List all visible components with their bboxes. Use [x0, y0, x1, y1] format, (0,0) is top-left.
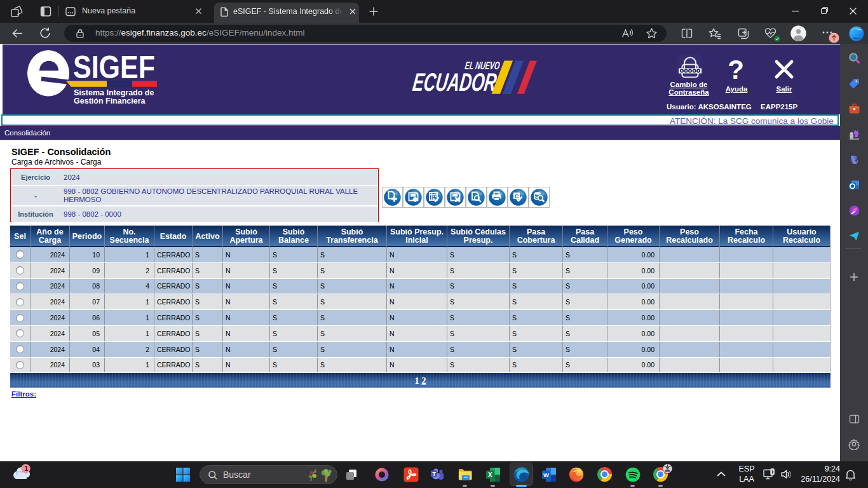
svg-text:SIGEF: SIGEF [73, 50, 155, 85]
svg-text:Sistema Integrado de: Sistema Integrado de [74, 88, 154, 97]
svg-text:1: 1 [24, 464, 28, 472]
svg-text:W: W [543, 471, 549, 478]
svg-text:Gestión Financiera: Gestión Financiera [74, 97, 146, 105]
svg-text:T: T [433, 471, 437, 477]
svg-text:X: X [488, 471, 492, 478]
svg-text:ECUADOR: ECUADOR [411, 67, 499, 96]
svg-text:C: C [515, 193, 519, 200]
